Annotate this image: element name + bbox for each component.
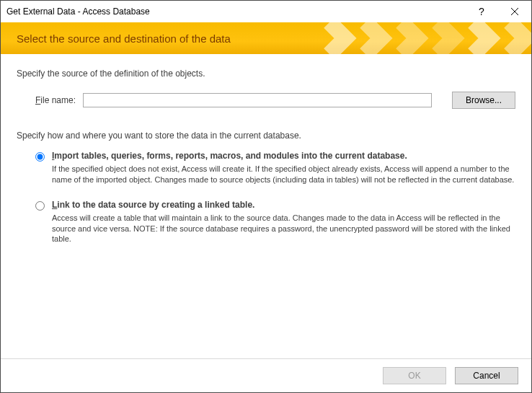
titlebar-controls: ? [465, 1, 531, 22]
radio-link-desc: Access will create a table that will mai… [52, 213, 515, 245]
close-button[interactable] [498, 1, 531, 22]
radio-import[interactable]: Import tables, queries, forms, reports, … [35, 151, 515, 185]
file-name-label: File name: [35, 95, 76, 105]
radio-link-body: Link to the data source by creating a li… [52, 200, 515, 245]
source-section-label: Specify the source of the definition of … [17, 69, 515, 79]
close-icon [511, 8, 518, 15]
store-section-label: Specify how and where you want to store … [17, 131, 515, 141]
banner-decoration [301, 22, 531, 54]
radio-link-input[interactable] [35, 201, 45, 211]
help-button[interactable]: ? [465, 1, 498, 22]
titlebar: Get External Data - Access Database ? [1, 1, 531, 22]
browse-button[interactable]: Browse... [452, 92, 515, 109]
ok-button[interactable]: OK [383, 367, 446, 384]
file-row: File name: Browse... [17, 92, 515, 109]
radio-link[interactable]: Link to the data source by creating a li… [35, 200, 515, 245]
dialog-window: Get External Data - Access Database ? Se… [0, 0, 532, 393]
footer: OK Cancel [1, 358, 531, 392]
banner-title: Select the source and destination of the… [17, 32, 231, 45]
store-radio-group: Import tables, queries, forms, reports, … [17, 151, 515, 244]
radio-import-title: Import tables, queries, forms, reports, … [52, 151, 515, 161]
window-title: Get External Data - Access Database [6, 6, 465, 17]
file-name-input[interactable] [83, 93, 432, 107]
radio-import-desc: If the specified object does not exist, … [52, 164, 515, 185]
banner: Select the source and destination of the… [1, 22, 531, 54]
radio-link-title: Link to the data source by creating a li… [52, 200, 515, 210]
cancel-button[interactable]: Cancel [455, 367, 518, 384]
radio-import-body: Import tables, queries, forms, reports, … [52, 151, 515, 185]
content-area: Specify the source of the definition of … [1, 54, 531, 358]
radio-import-input[interactable] [35, 152, 45, 162]
